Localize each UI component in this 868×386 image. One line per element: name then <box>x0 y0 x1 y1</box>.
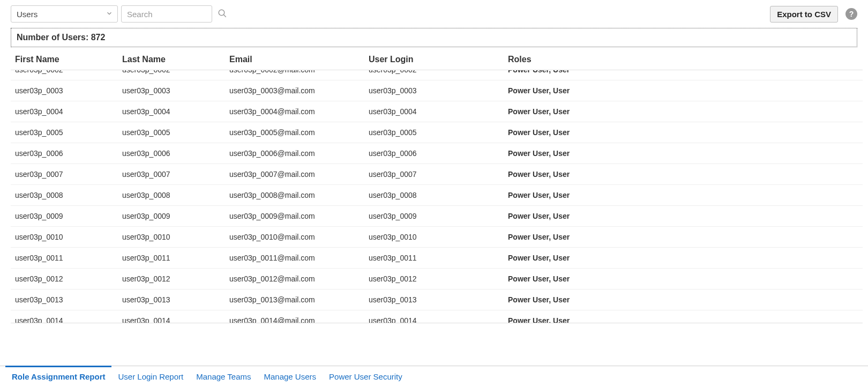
svg-point-0 <box>219 10 225 16</box>
table-row[interactable]: user03p_0011user03p_0011user03p_0011@mai… <box>11 248 863 269</box>
cell-last-name: user03p_0010 <box>122 233 229 241</box>
cell-roles: Power User, User <box>508 233 863 241</box>
cell-email: user03p_0012@mail.com <box>229 274 369 283</box>
table-row[interactable]: user03p_0006user03p_0006user03p_0006@mai… <box>11 143 863 164</box>
cell-roles: Power User, User <box>508 70 863 74</box>
tab-user-login-report[interactable]: User Login Report <box>111 366 190 386</box>
cell-user-login: user03p_0003 <box>369 86 508 95</box>
cell-user-login: user03p_0002 <box>369 70 508 74</box>
table-row[interactable]: user03p_0007user03p_0007user03p_0007@mai… <box>11 164 863 185</box>
cell-last-name: user03p_0011 <box>122 254 229 262</box>
table-row[interactable]: user03p_0013user03p_0013user03p_0013@mai… <box>11 290 863 310</box>
column-header-last-name[interactable]: Last Name <box>122 55 229 64</box>
cell-user-login: user03p_0005 <box>369 128 508 137</box>
cell-roles: Power User, User <box>508 316 863 323</box>
cell-user-login: user03p_0010 <box>369 233 508 241</box>
tab-power-user-security[interactable]: Power User Security <box>323 366 409 386</box>
cell-email: user03p_0014@mail.com <box>229 316 369 323</box>
cell-last-name: user03p_0007 <box>122 170 229 179</box>
svg-line-1 <box>223 14 226 17</box>
cell-first-name: user03p_0014 <box>15 316 122 323</box>
cell-email: user03p_0008@mail.com <box>229 191 369 199</box>
cell-roles: Power User, User <box>508 149 863 158</box>
table-row[interactable]: user03p_0003user03p_0003user03p_0003@mai… <box>11 80 863 101</box>
cell-first-name: user03p_0009 <box>15 212 122 220</box>
search-icon[interactable] <box>218 9 227 20</box>
cell-last-name: user03p_0006 <box>122 149 229 158</box>
cell-last-name: user03p_0014 <box>122 316 229 323</box>
cell-email: user03p_0005@mail.com <box>229 128 369 137</box>
table-row[interactable]: user03p_0012user03p_0012user03p_0012@mai… <box>11 269 863 290</box>
table-row[interactable]: user03p_0004user03p_0004user03p_0004@mai… <box>11 101 863 122</box>
cell-user-login: user03p_0008 <box>369 191 508 199</box>
cell-first-name: user03p_0010 <box>15 233 122 241</box>
table-row[interactable]: user03p_0005user03p_0005user03p_0005@mai… <box>11 122 863 143</box>
cell-last-name: user03p_0012 <box>122 274 229 283</box>
table-row[interactable]: user03p_0002user03p_0002user03p_0002@mai… <box>11 70 863 80</box>
cell-roles: Power User, User <box>508 274 863 283</box>
cell-user-login: user03p_0013 <box>369 295 508 304</box>
export-csv-button[interactable]: Export to CSV <box>770 6 838 23</box>
cell-first-name: user03p_0007 <box>15 170 122 179</box>
cell-first-name: user03p_0004 <box>15 107 122 116</box>
cell-user-login: user03p_0007 <box>369 170 508 179</box>
cell-email: user03p_0010@mail.com <box>229 233 369 241</box>
tab-manage-users[interactable]: Manage Users <box>258 366 323 386</box>
cell-roles: Power User, User <box>508 86 863 95</box>
cell-first-name: user03p_0006 <box>15 149 122 158</box>
table-row[interactable]: user03p_0008user03p_0008user03p_0008@mai… <box>11 185 863 206</box>
cell-roles: Power User, User <box>508 295 863 304</box>
cell-last-name: user03p_0009 <box>122 212 229 220</box>
cell-roles: Power User, User <box>508 191 863 199</box>
cell-last-name: user03p_0013 <box>122 295 229 304</box>
cell-last-name: user03p_0005 <box>122 128 229 137</box>
cell-email: user03p_0003@mail.com <box>229 86 369 95</box>
cell-email: user03p_0004@mail.com <box>229 107 369 116</box>
toolbar: Users Export to CSV ? <box>0 0 868 28</box>
search-input[interactable] <box>121 5 212 23</box>
column-header-roles[interactable]: Roles <box>508 55 863 64</box>
users-table: First Name Last Name Email User Login Ro… <box>11 50 863 323</box>
cell-email: user03p_0002@mail.com <box>229 70 369 74</box>
cell-email: user03p_0007@mail.com <box>229 170 369 179</box>
tab-role-assignment-report[interactable]: Role Assignment Report <box>5 366 111 386</box>
table-row[interactable]: user03p_0010user03p_0010user03p_0010@mai… <box>11 227 863 248</box>
cell-user-login: user03p_0014 <box>369 316 508 323</box>
cell-last-name: user03p_0004 <box>122 107 229 116</box>
cell-user-login: user03p_0004 <box>369 107 508 116</box>
table-body[interactable]: user03p_0002user03p_0002user03p_0002@mai… <box>11 70 863 323</box>
cell-first-name: user03p_0011 <box>15 254 122 262</box>
column-header-email[interactable]: Email <box>229 55 369 64</box>
cell-roles: Power User, User <box>508 254 863 262</box>
cell-email: user03p_0009@mail.com <box>229 212 369 220</box>
tab-manage-teams[interactable]: Manage Teams <box>190 366 257 386</box>
cell-email: user03p_0006@mail.com <box>229 149 369 158</box>
cell-first-name: user03p_0002 <box>15 70 122 74</box>
cell-first-name: user03p_0008 <box>15 191 122 199</box>
cell-roles: Power User, User <box>508 107 863 116</box>
cell-roles: Power User, User <box>508 128 863 137</box>
user-count-banner: Number of Users: 872 <box>11 28 857 47</box>
cell-first-name: user03p_0003 <box>15 86 122 95</box>
cell-user-login: user03p_0009 <box>369 212 508 220</box>
cell-last-name: user03p_0003 <box>122 86 229 95</box>
chevron-down-icon <box>106 10 113 19</box>
cell-first-name: user03p_0012 <box>15 274 122 283</box>
cell-user-login: user03p_0006 <box>369 149 508 158</box>
cell-first-name: user03p_0013 <box>15 295 122 304</box>
column-header-user-login[interactable]: User Login <box>369 55 508 64</box>
cell-user-login: user03p_0012 <box>369 274 508 283</box>
cell-roles: Power User, User <box>508 212 863 220</box>
cell-last-name: user03p_0008 <box>122 191 229 199</box>
table-row[interactable]: user03p_0014user03p_0014user03p_0014@mai… <box>11 310 863 323</box>
cell-email: user03p_0011@mail.com <box>229 254 369 262</box>
cell-last-name: user03p_0002 <box>122 70 229 74</box>
help-icon[interactable]: ? <box>845 8 857 20</box>
column-header-first-name[interactable]: First Name <box>15 55 122 64</box>
user-count-label: Number of Users: 872 <box>17 33 105 42</box>
filter-dropdown[interactable]: Users <box>11 5 118 23</box>
table-header-row: First Name Last Name Email User Login Ro… <box>11 50 863 70</box>
footer-tabs: Role Assignment ReportUser Login ReportM… <box>0 366 868 386</box>
table-row[interactable]: user03p_0009user03p_0009user03p_0009@mai… <box>11 206 863 227</box>
cell-roles: Power User, User <box>508 170 863 179</box>
